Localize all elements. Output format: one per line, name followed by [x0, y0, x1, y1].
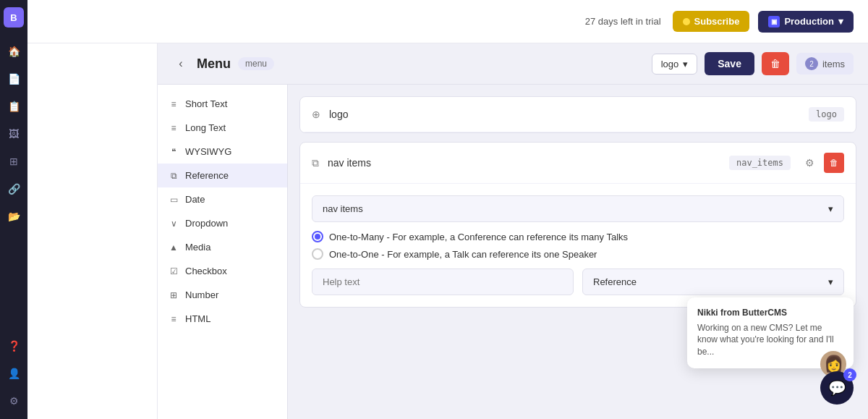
checkbox-icon: ☑	[168, 266, 179, 276]
logo-text: B	[10, 12, 17, 23]
logo-field-header: ⊕ logo logo	[300, 97, 856, 132]
sidebar-icon-api[interactable]: 🔗	[3, 178, 25, 200]
field-type-label: Number	[185, 289, 218, 300]
fields-content: ⊕ logo logo ⧉ nav items nav_items ⚙	[288, 85, 868, 419]
field-type-label: Checkbox	[185, 266, 227, 276]
reference-icon: ⧉	[168, 171, 179, 181]
page-header: ‹ Menu menu logo ▾ Save 🗑 2 items	[158, 43, 868, 85]
field-type-checkbox[interactable]: ☑ Checkbox	[158, 259, 287, 283]
chat-bubble: Nikki from ButterCMS Working on a new CM…	[687, 297, 854, 368]
bottom-row: Reference ▾	[312, 268, 844, 295]
gear-button[interactable]: ⚙	[799, 153, 820, 173]
chevron-down-icon: ▾	[828, 203, 833, 214]
wysiwyg-icon: ❝	[168, 147, 179, 157]
chat-count: 2	[843, 368, 856, 381]
sidebar-icon-user[interactable]: 👤	[3, 363, 25, 384]
reference-value: Reference	[593, 276, 637, 287]
production-label: Production	[784, 16, 834, 27]
dropdown-value: nav items	[323, 203, 363, 214]
media-icon: ▲	[168, 242, 179, 253]
field-type-list: ≡ Short Text ≡ Long Text ❝ WYSIWYG ⧉ Ref…	[158, 85, 288, 419]
one-to-many-radio[interactable]	[312, 231, 323, 242]
sidebar-icon-settings[interactable]: ⚙	[3, 390, 25, 412]
delete-button[interactable]: 🗑	[762, 52, 789, 75]
app-logo[interactable]: B	[4, 7, 24, 27]
number-icon: ⊞	[168, 290, 179, 300]
back-button[interactable]: ‹	[172, 55, 190, 72]
trial-text: 27 days left in trial	[585, 16, 661, 27]
chat-message: Working on a new CMS? Let me know what y…	[697, 322, 843, 358]
html-icon: ≡	[168, 314, 179, 324]
chat-author: Nikki from ButterCMS	[697, 308, 843, 318]
nav-items-field-header: ⧉ nav items nav_items ⚙ 🗑	[300, 143, 856, 184]
field-type-short-text[interactable]: ≡ Short Text	[158, 92, 287, 116]
page-title: Menu	[197, 56, 231, 72]
dropdown-row: nav items ▾	[312, 195, 844, 222]
field-type-label: Dropdown	[185, 218, 228, 229]
field-types-panel	[27, 43, 158, 419]
sidebar-icon-home[interactable]: 🏠	[3, 41, 25, 62]
logo-field-key: logo	[809, 107, 844, 122]
field-type-dropdown[interactable]: ∨ Dropdown	[158, 211, 287, 235]
help-text-input[interactable]	[312, 268, 574, 295]
logo-field-name: logo	[329, 109, 800, 120]
trash-button[interactable]: 🗑	[824, 153, 844, 173]
one-to-one-label: One-to-One - For example, a Talk can ref…	[329, 249, 597, 260]
subscribe-button[interactable]: Subscribe	[673, 11, 750, 32]
chevron-down-icon: ▾	[683, 59, 688, 69]
nav-items-field-body: nav items ▾ One-to-Many - For example, a…	[300, 184, 856, 307]
nav-items-actions: ⚙ 🗑	[799, 153, 844, 173]
field-type-label: Short Text	[185, 98, 227, 109]
nav-items-dropdown[interactable]: nav items ▾	[312, 195, 844, 222]
logo-field-icon: ⊕	[312, 109, 320, 120]
chevron-down-icon: ▾	[838, 16, 843, 27]
sidebar-icon-pages[interactable]: 📋	[3, 96, 25, 117]
reference-select[interactable]: Reference ▾	[582, 268, 844, 295]
one-to-one-option[interactable]: One-to-One - For example, a Talk can ref…	[312, 248, 844, 260]
field-type-label: Media	[185, 242, 210, 253]
field-type-wysiwyg[interactable]: ❝ WYSIWYG	[158, 140, 287, 164]
topbar: 27 days left in trial Subscribe ▣ Produc…	[27, 0, 868, 43]
items-label: items	[822, 59, 845, 69]
radio-group: One-to-Many - For example, a Conference …	[312, 231, 844, 260]
field-type-long-text[interactable]: ≡ Long Text	[158, 116, 287, 140]
sidebar-icon-layers[interactable]: 📂	[3, 206, 25, 227]
nav-items-field-key: nav_items	[729, 156, 791, 170]
field-type-html[interactable]: ≡ HTML	[158, 307, 287, 331]
subscribe-dot	[683, 18, 690, 25]
chat-widget: Nikki from ButterCMS Working on a new CM…	[820, 357, 854, 405]
one-to-many-label: One-to-Many - For example, a Conference …	[329, 232, 628, 242]
sidebar-icon-media[interactable]: 🖼	[3, 123, 25, 145]
production-button[interactable]: ▣ Production ▾	[758, 11, 854, 33]
date-icon: ▭	[168, 195, 179, 205]
logo-field-card: ⊕ logo logo	[299, 96, 856, 133]
one-to-one-radio[interactable]	[312, 248, 323, 260]
field-type-date[interactable]: ▭ Date	[158, 187, 287, 211]
dropdown-icon: ∨	[168, 219, 179, 229]
logo-selector[interactable]: logo ▾	[652, 54, 698, 75]
items-badge: 2 items	[796, 53, 854, 75]
save-button[interactable]: Save	[705, 52, 754, 75]
sidebar-icon-grid[interactable]: ⊞	[3, 151, 25, 172]
field-type-reference[interactable]: ⧉ Reference	[158, 164, 287, 187]
one-to-many-option[interactable]: One-to-Many - For example, a Conference …	[312, 231, 844, 242]
field-type-number[interactable]: ⊞ Number	[158, 283, 287, 307]
production-icon: ▣	[768, 16, 780, 27]
logo-selector-label: logo	[661, 59, 679, 69]
chat-button[interactable]: 💬 2	[820, 371, 854, 405]
nav-items-field-card: ⧉ nav items nav_items ⚙ 🗑	[299, 142, 856, 308]
sidebar-icon-help[interactable]: ❓	[3, 335, 25, 357]
badge-count: 2	[805, 57, 818, 70]
field-type-label: Long Text	[185, 122, 226, 133]
field-type-label: HTML	[185, 313, 210, 324]
chevron-down-icon: ▾	[828, 276, 833, 287]
field-type-label: WYSIWYG	[185, 146, 231, 157]
field-type-label: Date	[185, 194, 205, 205]
field-type-label: Reference	[185, 170, 229, 181]
page-tag: menu	[238, 57, 274, 70]
long-text-icon: ≡	[168, 123, 179, 133]
sidebar-icon-content[interactable]: 📄	[3, 68, 25, 90]
field-type-media[interactable]: ▲ Media	[158, 235, 287, 259]
short-text-icon: ≡	[168, 99, 179, 109]
nav-items-field-icon: ⧉	[312, 157, 319, 169]
